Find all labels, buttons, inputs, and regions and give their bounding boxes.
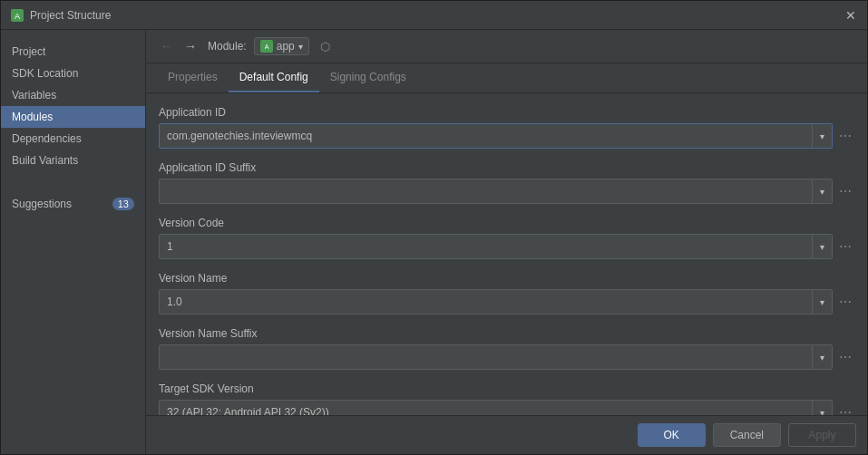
application-id-action-icon[interactable]: ⋯ [836,127,854,145]
version-name-input-wrapper[interactable]: ▾ [159,289,833,315]
sidebar-item-sdk-location[interactable]: SDK Location [1,63,145,84]
target-sdk-version-row: ▾ ⋯ [159,400,854,415]
suggestions-section: Suggestions 13 [1,193,145,215]
tab-default-config[interactable]: Default Config [229,63,319,92]
cancel-button[interactable]: Cancel [713,423,781,447]
svg-text:A: A [264,44,268,50]
form-content: Application ID ▾ ⋯ Application ID Suffix [146,93,867,415]
version-code-row: ▾ ⋯ [159,234,854,259]
sidebar-item-modules[interactable]: Modules [1,106,145,128]
apply-button[interactable]: Apply [788,423,856,447]
version-name-suffix-row: ▾ ⋯ [159,344,854,370]
version-name-label: Version Name [159,272,854,285]
nav-arrows: ← → [157,37,200,55]
field-target-sdk-version: Target SDK Version ▾ ⋯ [159,382,854,415]
svg-text:A: A [15,12,20,21]
field-application-id-suffix: Application ID Suffix ▾ ⋯ [159,161,854,204]
suggestions-label: Suggestions [12,198,72,210]
application-id-dropdown-btn[interactable]: ▾ [812,124,832,148]
sidebar-item-variables[interactable]: Variables [1,84,145,106]
target-sdk-version-dropdown-btn[interactable]: ▾ [812,401,832,415]
application-id-row: ▾ ⋯ [159,123,854,149]
version-name-suffix-dropdown-btn[interactable]: ▾ [812,345,832,369]
version-code-label: Version Code [159,217,854,229]
external-link-icon[interactable]: ⬡ [317,37,335,55]
version-name-suffix-label: Version Name Suffix [159,327,854,340]
version-code-action-icon[interactable]: ⋯ [836,237,854,256]
version-code-input[interactable] [160,235,812,258]
forward-arrow[interactable]: → [180,37,200,55]
suggestions-badge: 13 [112,198,134,210]
version-name-action-icon[interactable]: ⋯ [836,293,854,311]
module-selector[interactable]: A app ▾ [254,37,309,55]
version-name-suffix-input[interactable] [160,345,812,369]
module-icon: A [260,40,273,53]
version-name-suffix-action-icon[interactable]: ⋯ [836,348,854,366]
version-code-input-wrapper[interactable]: ▾ [159,234,833,259]
version-name-suffix-input-wrapper[interactable]: ▾ [159,344,833,370]
module-name: app [277,40,295,53]
application-id-input-wrapper[interactable]: ▾ [159,123,833,149]
sidebar: Project SDK Location Variables Modules D… [1,30,146,454]
field-version-code: Version Code ▾ ⋯ [159,217,854,259]
ok-button[interactable]: OK [638,423,706,447]
version-name-input[interactable] [160,290,812,314]
android-icon: A [10,8,24,23]
title-bar: A Project Structure ✕ [1,1,867,30]
tab-properties[interactable]: Properties [157,63,229,92]
field-version-name: Version Name ▾ ⋯ [159,272,854,315]
target-sdk-version-input[interactable] [160,401,812,415]
close-button[interactable]: ✕ [844,8,858,23]
module-bar: ← → Module: A app ▾ ⬡ [146,30,867,63]
application-id-suffix-dropdown-btn[interactable]: ▾ [812,179,832,203]
application-id-suffix-label: Application ID Suffix [159,161,854,174]
module-label: Module: [208,40,247,53]
dialog-title: Project Structure [30,9,844,22]
project-structure-dialog: A Project Structure ✕ Project SDK Locati… [0,0,868,455]
target-sdk-version-label: Target SDK Version [159,382,854,395]
version-name-dropdown-btn[interactable]: ▾ [812,290,832,314]
module-dropdown-arrow-icon: ▾ [298,42,303,52]
sidebar-item-build-variants[interactable]: Build Variants [1,150,145,171]
application-id-suffix-action-icon[interactable]: ⋯ [836,182,854,200]
application-id-suffix-input[interactable] [160,179,812,203]
version-code-dropdown-btn[interactable]: ▾ [812,235,832,258]
tabs-bar: Properties Default Config Signing Config… [146,63,867,93]
target-sdk-version-input-wrapper[interactable]: ▾ [159,400,833,415]
target-sdk-version-action-icon[interactable]: ⋯ [836,403,854,415]
sidebar-item-dependencies[interactable]: Dependencies [1,128,145,150]
sidebar-item-project[interactable]: Project [1,41,145,63]
application-id-label: Application ID [159,106,854,119]
application-id-suffix-row: ▾ ⋯ [159,179,854,204]
tab-signing-configs[interactable]: Signing Configs [319,63,417,92]
application-id-suffix-input-wrapper[interactable]: ▾ [159,179,833,204]
version-name-row: ▾ ⋯ [159,289,854,315]
nav-section: Project SDK Location Variables Modules D… [1,37,145,175]
field-version-name-suffix: Version Name Suffix ▾ ⋯ [159,327,854,370]
field-application-id: Application ID ▾ ⋯ [159,106,854,149]
main-panel: ← → Module: A app ▾ ⬡ [146,30,867,454]
application-id-input[interactable] [160,124,812,148]
content-area: Project SDK Location Variables Modules D… [1,30,867,454]
bottom-bar: OK Cancel Apply [146,415,867,454]
back-arrow[interactable]: ← [157,37,177,55]
